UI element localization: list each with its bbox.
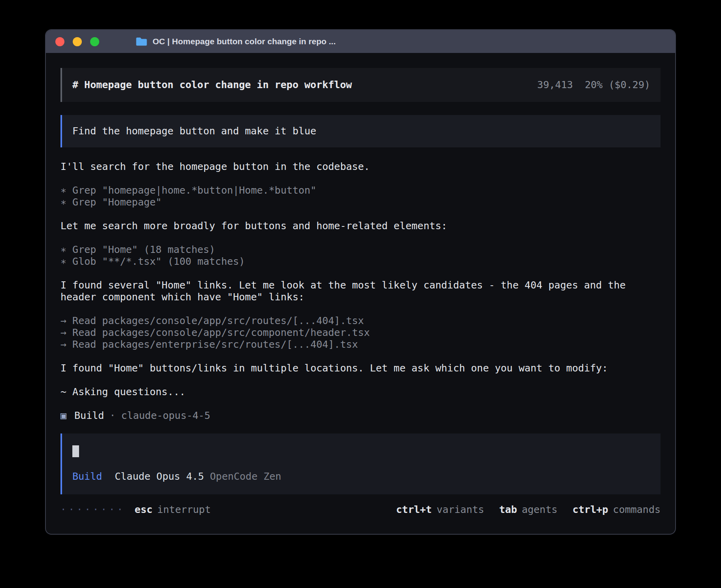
user-message-text: Find the homepage button and make it blu… <box>72 125 316 137</box>
folder-icon <box>136 37 147 46</box>
titlebar-title-group: OC | Homepage button color change in rep… <box>136 37 336 46</box>
hint-label: agents <box>522 504 557 515</box>
tool-call-group: ∗ Grep "Home" (18 matches) ∗ Glob "**/*.… <box>60 244 661 268</box>
session-header: # Homepage button color change in repo w… <box>60 68 661 102</box>
assistant-text-line: I found "Home" buttons/links in multiple… <box>60 362 661 374</box>
hint-interrupt: escinterrupt <box>135 504 211 516</box>
mode-label: Build <box>72 471 102 482</box>
assistant-status-line: ~ Asking questions... <box>60 386 661 398</box>
minimize-button[interactable] <box>73 37 82 46</box>
file-read-line: → Read packages/console/app/src/componen… <box>60 327 661 339</box>
window-titlebar: OC | Homepage button color change in rep… <box>46 30 675 53</box>
window-title: OC | Homepage button color change in rep… <box>153 37 336 46</box>
file-read-group: → Read packages/console/app/src/routes/[… <box>60 315 661 351</box>
agent-badge-icon: ▣ <box>60 410 66 421</box>
status-bar-right: ctrl+tvariants tabagents ctrl+pcommands <box>381 504 661 516</box>
assistant-paragraph: I found "Home" buttons/links in multiple… <box>60 362 661 374</box>
model-label: Claude Opus 4.5 <box>115 471 204 482</box>
tool-call-line: ∗ Grep "homepage|home.*button|Home.*butt… <box>60 185 661 196</box>
session-title: # Homepage button color change in repo w… <box>72 79 352 91</box>
hint-key: ctrl+t <box>396 504 432 515</box>
agent-status-line: ▣Build·claude-opus-4-5 <box>60 410 661 422</box>
assistant-transcript: I'll search for the homepage button in t… <box>60 161 661 422</box>
tool-call-group: ∗ Grep "homepage|home.*button|Home.*butt… <box>60 185 661 208</box>
agent-name: Build <box>74 410 104 421</box>
assistant-text-line: I found several "Home" links. Let me loo… <box>60 279 661 303</box>
assistant-paragraph: Let me search more broadly for buttons a… <box>60 220 661 232</box>
hint-agents: tabagents <box>499 504 557 516</box>
file-read-line: → Read packages/enterprise/src/routes/[.… <box>60 339 661 351</box>
tool-call-line: ∗ Glob "**/*.tsx" (100 matches) <box>60 256 661 268</box>
assistant-text-line: Let me search more broadly for buttons a… <box>60 220 661 232</box>
hint-commands: ctrl+pcommands <box>572 504 661 516</box>
agent-model: claude-opus-4-5 <box>121 410 210 421</box>
assistant-text-line: I'll search for the homepage button in t… <box>60 161 661 173</box>
hint-variants: ctrl+tvariants <box>396 504 484 516</box>
context-usage: 20% ($0.29) <box>585 79 650 90</box>
user-message: Find the homepage button and make it blu… <box>60 115 661 147</box>
hint-label: variants <box>436 504 484 515</box>
close-button[interactable] <box>55 37 64 46</box>
hint-key: esc <box>135 504 153 515</box>
provider-label: OpenCode Zen <box>210 471 281 482</box>
assistant-paragraph: I found several "Home" links. Let me loo… <box>60 279 661 303</box>
prompt-input[interactable]: BuildClaude Opus 4.5OpenCode Zen <box>60 433 661 494</box>
hint-key: ctrl+p <box>572 504 608 515</box>
hint-label: interrupt <box>157 504 211 515</box>
app-window: OC | Homepage button color change in rep… <box>45 29 676 535</box>
session-stats: 39,41320% ($0.29) <box>537 79 650 91</box>
assistant-paragraph: ~ Asking questions... <box>60 386 661 398</box>
status-bar: ········ escinterrupt ctrl+tvariants tab… <box>60 504 661 516</box>
hint-key: tab <box>499 504 517 515</box>
hint-label: commands <box>613 504 661 515</box>
text-cursor <box>72 445 79 457</box>
file-read-line: → Read packages/console/app/src/routes/[… <box>60 315 661 327</box>
spinner-icon: ········ <box>60 504 125 516</box>
input-status-line: BuildClaude Opus 4.5OpenCode Zen <box>72 471 650 482</box>
assistant-paragraph: I'll search for the homepage button in t… <box>60 161 661 173</box>
tool-call-line: ∗ Grep "Home" (18 matches) <box>60 244 661 256</box>
token-count: 39,413 <box>537 79 573 90</box>
terminal-view: # Homepage button color change in repo w… <box>46 53 675 534</box>
tool-call-line: ∗ Grep "Homepage" <box>60 196 661 208</box>
zoom-button[interactable] <box>90 37 99 46</box>
dot-separator-icon: · <box>109 410 115 421</box>
traffic-lights <box>55 37 99 46</box>
